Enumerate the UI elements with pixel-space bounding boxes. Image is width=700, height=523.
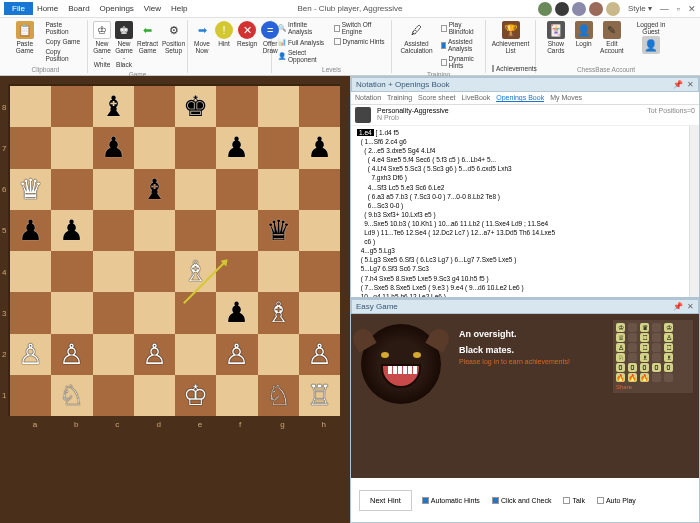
main-menu: Home Board Openings View Help	[37, 4, 188, 13]
title-bar: File Home Board Openings View Help Ben -…	[0, 0, 700, 18]
tab-training[interactable]: Training	[387, 94, 412, 102]
piece[interactable]: ♚	[175, 86, 216, 127]
piece[interactable]: ♝	[134, 169, 175, 210]
piece[interactable]: ♟	[93, 127, 134, 168]
pin-icon[interactable]: 📌	[673, 80, 683, 89]
paste-position-item[interactable]: Paste Position	[43, 20, 83, 36]
menu-board[interactable]: Board	[68, 4, 89, 13]
chess-board[interactable]: ♝♚♟♟♟♛♝♟♟♛♗♟♗♙♙♙♙♙♘♔♘♖	[8, 84, 340, 416]
menu-view[interactable]: View	[144, 4, 161, 13]
select-opponent-item[interactable]: 👤Select Opponent	[276, 48, 330, 64]
new-game-black-button[interactable]: ♚New Game - Black	[114, 20, 134, 70]
menu-help[interactable]: Help	[171, 4, 187, 13]
full-analysis-item[interactable]: 📊Full Analysis	[276, 37, 330, 47]
piece[interactable]: ♔	[175, 375, 216, 416]
tab-openings-book[interactable]: Openings Book	[496, 94, 544, 102]
piece[interactable]: ♟	[299, 127, 340, 168]
hint-button[interactable]: !Hint	[214, 20, 234, 48]
piece[interactable]: ♟	[216, 292, 257, 333]
show-cards-button[interactable]: 🃏Show Cards	[540, 20, 572, 55]
copy-position-item[interactable]: Copy Position	[43, 47, 83, 63]
easy-game-panel: Easy Game📌✕ An oversight. Black mates. P…	[350, 298, 700, 523]
move-now-button[interactable]: ➡Move Now	[192, 20, 212, 55]
close-panel-icon[interactable]: ✕	[687, 80, 694, 89]
share-link[interactable]: Share	[616, 384, 690, 390]
openings-book-panel: Notation + Openings Book📌✕ Notation Trai…	[350, 76, 700, 298]
paste-game-button[interactable]: 📋Paste Game	[8, 20, 41, 55]
resign-button[interactable]: ✕Resign	[236, 20, 258, 48]
auto-hints-checkbox[interactable]: Automatic Hints	[422, 497, 480, 504]
menu-openings[interactable]: Openings	[100, 4, 134, 13]
next-hint-button[interactable]: Next Hint	[359, 490, 412, 511]
piece[interactable]: ♟	[216, 127, 257, 168]
piece[interactable]: ♙	[10, 334, 51, 375]
login-button[interactable]: 👤Login	[574, 20, 594, 48]
assisted-analysis-checkbox[interactable]: Assisted Analysis	[439, 37, 481, 53]
piece[interactable]: ♛	[10, 169, 51, 210]
piece[interactable]: ♟	[10, 210, 51, 251]
click-check-checkbox[interactable]: Click and Check	[492, 497, 552, 504]
scrollbar[interactable]	[689, 126, 699, 297]
piece[interactable]: ♛	[258, 210, 299, 251]
opponent-avatar-icon	[361, 324, 441, 404]
close-icon[interactable]: ✕	[688, 4, 696, 14]
panel-header-easygame[interactable]: Easy Game📌✕	[351, 299, 699, 314]
auto-play-checkbox[interactable]: Auto Play	[597, 497, 636, 504]
group-label-clipboard: Clipboard	[8, 65, 83, 73]
window-title: Ben - Club player, Aggressive	[298, 4, 403, 13]
piece[interactable]: ♖	[299, 375, 340, 416]
opponent-avatars[interactable]	[538, 2, 620, 16]
piece[interactable]: ♟	[51, 210, 92, 251]
pin-icon[interactable]: 📌	[673, 302, 683, 311]
file-menu[interactable]: File	[4, 2, 33, 15]
close-panel-icon[interactable]: ✕	[687, 302, 694, 311]
personality-icon	[355, 107, 371, 123]
total-positions: Tot Positions=0	[647, 107, 695, 123]
retract-button[interactable]: ⬅Retract Game	[136, 20, 159, 55]
tab-notation[interactable]: Notation	[355, 94, 381, 102]
panel-header-openings[interactable]: Notation + Openings Book📌✕	[351, 77, 699, 92]
maximize-icon[interactable]: ▫	[677, 4, 680, 14]
group-label-account: ChessBase Account	[540, 65, 672, 73]
piece[interactable]: ♘	[51, 375, 92, 416]
piece-capture-grid: ♔♛♔♕♖♙♙♖♖♘♗♗00000🔥🔥🔥Share	[613, 320, 693, 393]
tab-scoresheet[interactable]: Score sheet	[418, 94, 455, 102]
position-setup-button[interactable]: ⚙Position Setup	[161, 20, 186, 55]
piece[interactable]: ♗	[175, 251, 216, 292]
board-panel: ♝♚♟♟♟♛♝♟♟♛♗♟♗♙♙♙♙♙♘♔♘♖ abcdefgh87654321	[0, 76, 350, 523]
piece[interactable]: ♝	[93, 86, 134, 127]
achievement-list-button[interactable]: 🏆Achievement List	[490, 20, 531, 55]
piece[interactable]: ♘	[258, 375, 299, 416]
style-dropdown[interactable]: Style ▾	[628, 4, 652, 13]
dynamic-hints2-checkbox[interactable]: Dynamic Hints	[439, 54, 481, 70]
achievements-checkbox[interactable]: Achievements	[490, 64, 531, 73]
ribbon-toolbar: 📋Paste Game Paste Position Copy Game Cop…	[0, 18, 700, 76]
edit-account-button[interactable]: ✎Edit Account	[596, 20, 628, 55]
login-status: Logged in Guest👤	[630, 20, 672, 55]
assisted-calc-button[interactable]: 🖊Assisted Calculation	[396, 20, 437, 55]
new-game-white-button[interactable]: ♔New Game - White	[92, 20, 112, 70]
infinite-analysis-item[interactable]: 🔍Infinite Analysis	[276, 20, 330, 36]
game-message-heading: An oversight.	[459, 328, 570, 342]
menu-home[interactable]: Home	[37, 4, 58, 13]
group-label-levels: Levels	[276, 65, 387, 73]
dynamic-hints-checkbox[interactable]: Dynamic Hints	[332, 37, 387, 46]
personality-name: Personality-Aggressive	[377, 107, 449, 114]
minimize-icon[interactable]: —	[660, 4, 669, 14]
copy-game-item[interactable]: Copy Game	[43, 37, 83, 46]
piece[interactable]: ♙	[299, 334, 340, 375]
column-headers: N Prob	[377, 114, 449, 121]
blindfold-checkbox[interactable]: Play Blindfold	[439, 20, 481, 36]
piece[interactable]: ♙	[216, 334, 257, 375]
piece[interactable]: ♙	[51, 334, 92, 375]
piece[interactable]: ♗	[258, 292, 299, 333]
notation-tabs: Notation Training Score sheet LiveBook O…	[351, 92, 699, 105]
piece[interactable]: ♙	[134, 334, 175, 375]
game-message-sub: Black mates.	[459, 344, 570, 358]
tab-livebook[interactable]: LiveBook	[461, 94, 490, 102]
switch-engine-checkbox[interactable]: Switch Off Engine	[332, 20, 387, 36]
login-prompt[interactable]: Please log in to earn achievements!	[459, 357, 570, 368]
tab-my-moves[interactable]: My Moves	[550, 94, 582, 102]
talk-checkbox[interactable]: Talk	[563, 497, 584, 504]
openings-moves-list[interactable]: 1.e4 [ 1.d4 f5 ( 1...Sf6 2.c4 g6 ( 2...e…	[351, 126, 699, 297]
